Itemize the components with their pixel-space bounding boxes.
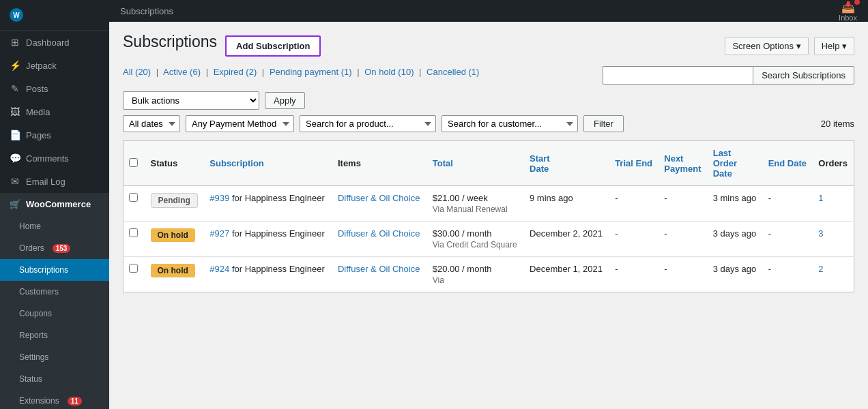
row-next-payment: - <box>659 257 707 292</box>
product-filter-select[interactable]: Search for a product... <box>300 115 436 132</box>
status-badge: Pending <box>151 193 198 208</box>
subscription-link[interactable]: #939 <box>209 193 229 203</box>
dashboard-icon: ⊞ <box>10 37 20 48</box>
sidebar-item-media[interactable]: 🖼 Media <box>0 100 109 123</box>
sidebar-woocommerce-header[interactable]: 🛒 WooCommerce <box>0 193 109 215</box>
sidebar: W ⊞ Dashboard ⚡ Jetpack ✎ Posts 🖼 Media … <box>0 0 109 409</box>
tab-expired[interactable]: Expired (2) <box>214 67 257 77</box>
row-last-order-date: 3 days ago <box>708 222 763 257</box>
subscription-link[interactable]: #927 <box>209 228 229 239</box>
subscription-for: for Happiness Engineer <box>232 228 325 239</box>
inbox-button[interactable]: 📥 Inbox <box>839 1 857 22</box>
col-last-order-date: LastOrderDate <box>708 141 763 186</box>
row-checkbox-0[interactable] <box>129 193 138 202</box>
filter-row: All dates Any Payment Method Search for … <box>123 115 854 132</box>
tab-active[interactable]: Active (6) <box>163 67 201 77</box>
payment-note: Via Credit Card Square <box>433 240 519 249</box>
sidebar-item-customers[interactable]: Customers <box>0 281 109 303</box>
start-date-sort-link[interactable]: StartDate <box>530 153 550 174</box>
row-checkbox-1[interactable] <box>129 228 138 237</box>
orders-link[interactable]: 1 <box>818 193 823 203</box>
page-title: Subscriptions <box>123 33 217 51</box>
total-value: $30.00 / month <box>433 228 492 239</box>
row-total: $20.00 / month Via <box>427 257 524 292</box>
sidebar-item-posts[interactable]: ✎ Posts <box>0 77 109 100</box>
sidebar-item-orders[interactable]: Orders 153 <box>0 237 109 259</box>
subscription-link[interactable]: #924 <box>209 264 229 274</box>
status-badge: On hold <box>151 228 195 242</box>
orders-link[interactable]: 2 <box>818 264 823 274</box>
screen-options-button[interactable]: Screen Options ▾ <box>725 37 808 55</box>
col-items: Items <box>332 141 427 186</box>
total-sort-link[interactable]: Total <box>433 158 453 168</box>
payment-note: Via <box>433 275 519 285</box>
pages-icon: 📄 <box>10 130 20 140</box>
extensions-badge: 11 <box>68 397 82 406</box>
sidebar-item-comments[interactable]: 💬 Comments <box>0 147 109 170</box>
search-input[interactable] <box>603 66 753 85</box>
topbar-right: 📥 Inbox <box>839 1 857 22</box>
sidebar-logo: W <box>0 0 109 31</box>
col-orders: Orders <box>813 141 854 186</box>
select-all-checkbox[interactable] <box>129 158 138 167</box>
add-subscription-button[interactable]: Add Subscription <box>225 35 321 57</box>
table-header-row: Status Subscription Items Total StartDat… <box>124 141 854 186</box>
tab-pending-payment[interactable]: Pending payment (1) <box>270 67 352 77</box>
row-orders: 2 <box>813 257 854 292</box>
row-trial-end: - <box>609 222 659 257</box>
orders-link[interactable]: 3 <box>818 228 823 239</box>
sidebar-item-email-log[interactable]: ✉ Email Log <box>0 170 109 193</box>
row-items: Diffuser & Oil Choice <box>332 222 427 257</box>
row-subscription: #939 for Happiness Engineer <box>204 186 332 222</box>
sidebar-item-reports[interactable]: Reports <box>0 324 109 346</box>
row-checkbox-cell <box>124 186 145 222</box>
heading-right: Screen Options ▾ Help ▾ <box>725 37 854 55</box>
items-link[interactable]: Diffuser & Oil Choice <box>338 264 420 274</box>
main-content: Subscriptions 📥 Inbox Subscriptions Add … <box>109 0 868 409</box>
col-status: Status <box>145 141 205 186</box>
select-all-col <box>124 141 145 186</box>
table-row: Pending #939 for Happiness Engineer Diff… <box>124 186 854 222</box>
content-area: Subscriptions Add Subscription Screen Op… <box>109 22 868 303</box>
row-next-payment: - <box>659 186 707 222</box>
end-date-sort-link[interactable]: End Date <box>768 158 807 168</box>
sidebar-item-dashboard[interactable]: ⊞ Dashboard <box>0 31 109 54</box>
bulk-actions-select[interactable]: Bulk actions <box>123 91 259 110</box>
col-trial-end: Trial End <box>609 141 659 186</box>
sidebar-item-settings[interactable]: Settings <box>0 346 109 368</box>
next-payment-sort-link[interactable]: NextPayment <box>664 153 701 174</box>
table-row: On hold #927 for Happiness Engineer Diff… <box>124 222 854 257</box>
sidebar-item-home[interactable]: Home <box>0 215 109 237</box>
tab-cancelled[interactable]: Cancelled (1) <box>426 67 479 77</box>
sidebar-item-coupons[interactable]: Coupons <box>0 303 109 324</box>
payment-method-filter-select[interactable]: Any Payment Method <box>186 115 294 132</box>
customer-filter-select[interactable]: Search for a customer... <box>442 115 578 132</box>
trial-end-sort-link[interactable]: Trial End <box>615 158 652 168</box>
sidebar-item-status[interactable]: Status <box>0 368 109 390</box>
row-checkbox-2[interactable] <box>129 264 138 273</box>
search-subscriptions-button[interactable]: Search Subscriptions <box>753 66 854 85</box>
wp-logo-icon: W <box>10 8 23 22</box>
sidebar-item-extensions[interactable]: Extensions 11 <box>0 390 109 409</box>
woocommerce-submenu: Home Orders 153 Subscriptions Customers … <box>0 215 109 409</box>
subscription-sort-link[interactable]: Subscription <box>209 158 263 168</box>
sidebar-item-subscriptions[interactable]: Subscriptions <box>0 259 109 281</box>
help-button[interactable]: Help ▾ <box>814 37 854 55</box>
bulk-apply-button[interactable]: Apply <box>265 92 305 109</box>
items-link[interactable]: Diffuser & Oil Choice <box>338 193 420 203</box>
sidebar-item-pages[interactable]: 📄 Pages <box>0 123 109 147</box>
filter-button[interactable]: Filter <box>583 115 624 132</box>
row-last-order-date: 3 mins ago <box>708 186 763 222</box>
jetpack-icon: ⚡ <box>10 60 20 71</box>
row-next-payment: - <box>659 222 707 257</box>
comments-icon: 💬 <box>10 153 20 164</box>
items-link[interactable]: Diffuser & Oil Choice <box>338 228 420 239</box>
sidebar-item-jetpack[interactable]: ⚡ Jetpack <box>0 54 109 77</box>
row-trial-end: - <box>609 186 659 222</box>
tab-on-hold[interactable]: On hold (10) <box>364 67 414 77</box>
dates-filter-select[interactable]: All dates <box>123 115 180 132</box>
orders-badge: 153 <box>53 244 71 253</box>
last-order-sort-link[interactable]: LastOrderDate <box>713 148 737 179</box>
tab-all[interactable]: All (20) <box>123 67 151 77</box>
row-checkbox-cell <box>124 222 145 257</box>
